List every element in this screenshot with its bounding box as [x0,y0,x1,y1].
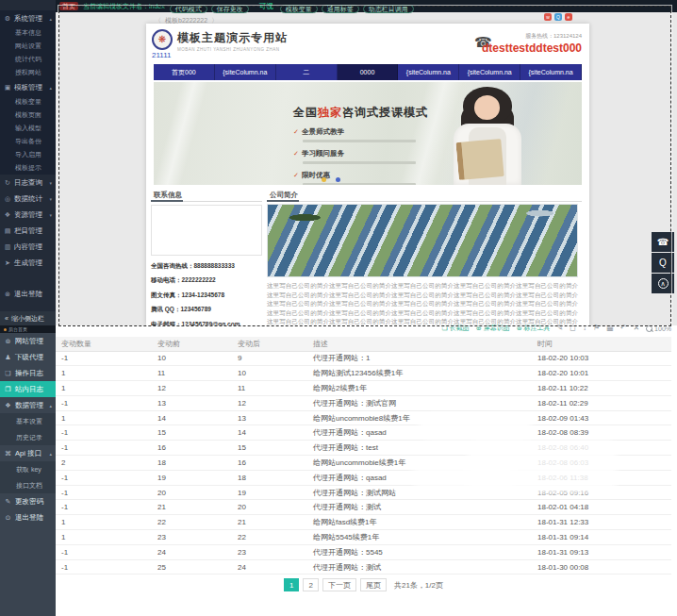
table-row[interactable]: -12524代理开通网站：测试18-01-30 00:08 [56,559,671,574]
carousel-dots[interactable] [322,177,340,182]
sidebar-item-更改密码[interactable]: ✎更改密码 [0,493,56,509]
page-button-2[interactable]: 2 [303,578,318,591]
sidebar-subitem-获取 key[interactable]: 获取 key [0,461,56,477]
close-icon[interactable]: ✕ [633,324,639,333]
back-to-top-icon[interactable]: ∧ [652,274,674,293]
nav-item[interactable]: {siteColumn.na [520,64,582,80]
capture-chip-长截图[interactable]: ❏长截图 [442,324,470,333]
sidebar-subitem-网站设置[interactable]: 网站设置 [0,40,56,53]
last-page-button[interactable]: 尾页 [360,578,387,591]
float-phone-icon[interactable]: ☎ [652,232,674,252]
window-title-strip: 后台首页 [0,325,56,333]
table-row[interactable]: -11312代理开通网站：测试官网18-02-11 02:29 [56,395,671,410]
sidebar-item-资源管理[interactable]: ❖资源管理▾ [0,207,56,223]
sidebar-item-内容管理[interactable]: ▥内容管理 [0,239,56,255]
table-row[interactable]: 11211给网站2续费1年18-02-11 10:22 [56,381,671,396]
carousel-dot[interactable] [336,177,340,182]
sidebar-item-下级代理[interactable]: ♟下级代理 [0,349,56,365]
capture-chip-标注工具[interactable]: ⊛标注工具 [517,324,551,333]
table-row[interactable]: -11514代理开通网站：qasad18-02-08 08:39 [56,425,671,441]
site-code[interactable]: 21111 [152,51,171,59]
sidebar-subitem-导出备份[interactable]: 导出备份 [0,135,56,148]
download-icon[interactable]: ↓ [583,324,586,333]
weibo-icon[interactable]: w [544,13,552,21]
shape-icon[interactable]: ◻ [570,324,576,333]
table-row[interactable]: -1109代理开通网站：118-02-20 10:03 [56,351,671,366]
carousel-dot[interactable] [322,177,326,182]
capture-chip-屏幕识图[interactable]: ⊕屏幕识图 [476,324,510,333]
visual-mode-label[interactable]: 可视 [259,2,273,11]
qq-icon[interactable]: Q [554,13,562,21]
table-cell: 15 [152,425,232,441]
sidebar-item-模板管理[interactable]: ▣模板管理▴ [0,79,56,95]
sidebar-subitem-模板变量[interactable]: 模板变量 [0,95,56,108]
sidebar-subitem-模板提示[interactable]: 模板提示 [0,161,56,175]
float-qq-icon[interactable]: Q [652,253,674,273]
sidebar-subitem-授权网站[interactable]: 授权网站 [0,66,56,79]
sidebar-item-站内日志[interactable]: ❐站内日志 [0,381,56,397]
flag-icon[interactable]: ⚑ [593,324,600,333]
sidebar-item-栏目管理[interactable]: ▤栏目管理 [0,223,56,239]
sidebar-item-操作日志[interactable]: ❏操作日志 [0,365,56,381]
hotline-name: dtesttestddtest000 [482,42,582,55]
table-row[interactable]: 12322给网站5545续费1年18-01-31 09:14 [56,530,671,545]
nav-item[interactable]: 首页000 [154,64,215,80]
sidebar-subitem-基本信息[interactable]: 基本信息 [0,26,56,40]
table-row[interactable]: 12221给网站fasd续费1年18-01-31 12:33 [56,515,671,530]
toolbar-button[interactable]: 通用标签 [322,5,359,13]
table-row[interactable]: -12423代理开通网站：554518-01-31 09:13 [56,544,671,559]
check-icon: ✓ [293,128,299,135]
sidebar-item-生成管理[interactable]: ➤生成管理 [0,255,56,271]
table-row[interactable]: 11110给网站测试123456续费1年18-02-20 10:01 [56,366,671,381]
page-button-1[interactable]: 1 [284,578,299,591]
sidebar-subitem-历史记录[interactable]: 历史记录 [0,429,56,445]
sidebar-item-退出登陆[interactable]: ⊗退出登陆 [0,286,56,302]
table-cell: 23 [232,544,307,559]
sidebar-subitem-模板页面[interactable]: 模板页面 [0,108,56,122]
sidebar-item-系统管理[interactable]: ⚙系统管理▴ [0,10,56,26]
table-cell: 给网站测试123456续费1年 [307,366,532,381]
home-badge[interactable]: 首页 [59,2,78,10]
nav-item[interactable]: 0000 [338,64,399,80]
模板管理-icon: ▣ [4,84,11,92]
sidebar-item-Api 接口[interactable]: ⌘Api 接口▴ [0,445,56,461]
table-row[interactable]: -12120代理开通网站：测试18-02-01 04:18 [56,500,671,515]
table-cell: 18-02-20 10:03 [532,351,671,366]
sidebar-subitem-接口文档[interactable]: 接口文档 [0,477,56,493]
sidebar-item-数据统计[interactable]: ◎数据统计▾ [0,191,56,207]
sidebar-item-日志查询[interactable]: ↻日志查询▾ [0,175,56,191]
sidebar-item-退出登陆[interactable]: ⊙退出登陆 [0,509,56,525]
about-section: 公司简介 这里写自己公司的简介这里写自己公司的简介这里写自己公司的简介这里写自己… [267,189,582,325]
toolbar-button[interactable]: 模板变量 [280,5,318,13]
nav-item[interactable]: 二 [276,64,338,80]
sidebar-group: ◎数据统计▾ [0,191,56,207]
mosaic-icon[interactable]: ▦ [606,324,614,333]
undo-icon[interactable]: ↶ [620,324,627,333]
table-cell: 代理开通网站：5545 [307,544,532,559]
chevron-up-icon: ▴ [49,451,52,457]
sidebar-subitem-导入启用[interactable]: 导入启用 [0,148,56,161]
capture-chip-icon: ⊕ [476,325,482,332]
pen-icon[interactable]: ✎ [557,324,564,333]
mail-icon[interactable]: e [565,13,572,21]
zoom-control[interactable]: 100% [646,325,671,332]
nav-item[interactable]: {siteColumn.na [398,64,459,80]
toolbar-button[interactable]: 动态栏目调用 [363,5,414,13]
table-cell: 19 [152,470,232,485]
site-banner[interactable]: 全国独家咨询式授课模式 ✓全景师式教学✓学习顾问服务✓限时优惠 [154,82,582,185]
sidebar-subitem-基本设置[interactable]: 基本设置 [0,413,56,429]
table-cell: 给网站fasd续费1年 [307,515,532,530]
sidebar-item-数据管理[interactable]: ❖数据管理▴ [0,397,56,413]
site-nav: 首页000{siteColumn.na二0000{siteColumn.na{s… [154,64,582,80]
table-cell: 1 [56,410,152,425]
sidebar-subitem-统计代码[interactable]: 统计代码 [0,53,56,66]
table-row[interactable]: 11413给网站uncommobie8续费1年18-02-09 01:43 [56,410,671,425]
next-page-button[interactable]: 下一页 [322,578,356,591]
collapse-sidebar-button[interactable]: « 缩小侧边栏 [0,311,56,325]
sidebar-subitem-输入模型[interactable]: 输入模型 [0,122,56,135]
toolbar-button[interactable]: 保存更改 [211,5,249,13]
nav-item[interactable]: {siteColumn.na [459,64,520,80]
nav-item[interactable]: {siteColumn.na [215,64,276,80]
toolbar-button[interactable]: 代码模式 [170,5,207,13]
sidebar-item-网站管理[interactable]: ⊚网站管理 [0,333,56,349]
